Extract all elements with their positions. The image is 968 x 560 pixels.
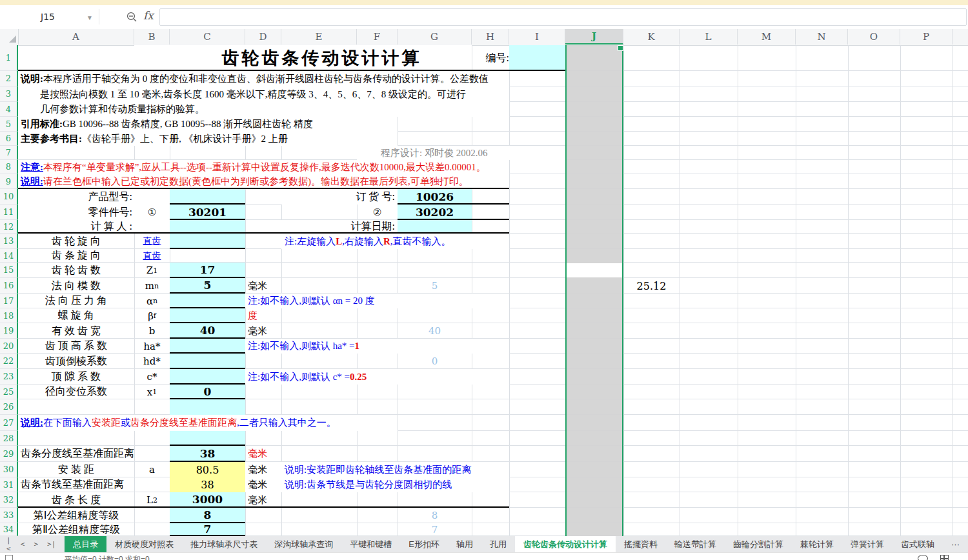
tab-spring-calc[interactable]: 弹簧计算 (842, 536, 892, 552)
input-calculator[interactable] (170, 220, 245, 234)
col-header-b[interactable]: B (134, 29, 170, 45)
col-header-o[interactable]: O (848, 29, 900, 45)
tab-ratchet-calc[interactable]: 棘轮计算 (792, 536, 842, 552)
input-beta-f[interactable] (170, 308, 245, 323)
input-hd[interactable] (170, 354, 245, 369)
tab-deep-groove-bearing[interactable]: 深沟球轴承查询 (266, 536, 341, 552)
col-header-a[interactable]: A (18, 29, 134, 45)
col-header-k[interactable]: K (623, 29, 680, 45)
value-order-number[interactable]: 10026 (398, 189, 472, 205)
input-c[interactable] (170, 369, 245, 385)
row-header-22[interactable]: 22 (0, 354, 18, 369)
input-rack-length[interactable]: 3000 (170, 492, 245, 508)
input-ha[interactable] (170, 339, 245, 354)
select-all-corner[interactable] (0, 29, 19, 45)
row-header-23[interactable]: 23 (0, 369, 18, 385)
eye-icon[interactable] (918, 555, 928, 560)
prev-sheet-button[interactable]: < (21, 540, 25, 548)
tab-gear-rack-calc-active[interactable]: 齿轮齿条传动设计计算 (515, 536, 616, 552)
row-header-1[interactable]: 1 (0, 45, 18, 71)
col-header-l[interactable]: L (680, 29, 738, 45)
col-header-d[interactable]: D (245, 29, 281, 45)
tab-thrust-bearing[interactable]: 推力球轴承尺寸表 (182, 536, 266, 552)
row-header-19[interactable]: 19 (0, 323, 18, 339)
row-header-8[interactable]: 8 (0, 160, 18, 174)
row-header-4[interactable]: 4 (0, 102, 18, 117)
col-header-i[interactable]: I (509, 29, 565, 45)
tab-e-ring[interactable]: E形扣环 (400, 536, 448, 552)
row-header-30[interactable]: 30 (0, 462, 18, 477)
input-pitchline-distance[interactable]: 38 (170, 446, 245, 462)
row-header-2[interactable]: 2 (0, 71, 18, 86)
col-header-c[interactable]: C (170, 29, 245, 45)
input-alpha-n[interactable] (170, 294, 245, 308)
tab-shaft-use[interactable]: 轴用 (448, 536, 481, 552)
col-header-p[interactable]: P (900, 29, 953, 45)
row-header-16[interactable]: 16 (0, 278, 18, 294)
grid-view-icon[interactable] (940, 555, 949, 560)
last-sheet-button[interactable]: >| (47, 540, 55, 548)
link-straight-teeth[interactable]: 直齿 (143, 235, 161, 247)
active-cell-j15[interactable] (567, 263, 622, 277)
row-header-17[interactable]: 17 (0, 294, 18, 308)
row-header-7[interactable]: 7 (0, 146, 18, 160)
col-header-g[interactable]: G (398, 29, 472, 45)
input-mn[interactable]: 5 (170, 278, 245, 294)
row-header-12[interactable]: 12 (0, 220, 18, 234)
first-sheet-button[interactable]: |< (6, 536, 12, 552)
value-part-2[interactable]: 30202 (398, 205, 472, 220)
col-header-n[interactable]: N (796, 29, 848, 45)
col-header-j-selected[interactable]: J (565, 29, 623, 45)
input-tolerance-1[interactable]: 8 (170, 508, 245, 523)
row-header-9[interactable]: 9 (0, 174, 18, 189)
row-header-34[interactable]: 34 (0, 523, 18, 536)
input-x1[interactable]: 0 (170, 385, 245, 399)
col-header-f[interactable]: F (357, 29, 398, 45)
col-header-h[interactable]: H (472, 29, 509, 45)
row-header-31[interactable]: 31 (0, 477, 18, 492)
input-gear-hand[interactable] (170, 234, 245, 249)
row-header-25[interactable]: 25 (0, 385, 18, 399)
selected-column-j[interactable] (567, 45, 622, 536)
row-header-6[interactable]: 6 (0, 132, 18, 146)
tab-flat-key[interactable]: 平键和键槽 (341, 536, 400, 552)
tab-gear-coupling[interactable]: 齿式联轴 (892, 536, 943, 552)
row-header-29[interactable]: 29 (0, 446, 18, 462)
value-part-1[interactable]: 30201 (170, 205, 245, 220)
ref-tolerance-2: 7 (398, 523, 472, 536)
tab-swing-data[interactable]: 搖擺資料 (616, 536, 666, 552)
tab-gear-division-calc[interactable]: 齒輪分割計算 (725, 536, 792, 552)
input-product-model[interactable] (170, 189, 245, 205)
row-header-27[interactable]: 27 (0, 415, 18, 431)
col-header-m[interactable]: M (738, 29, 796, 45)
row-header-32[interactable]: 32 (0, 492, 18, 508)
cell-number-input[interactable] (509, 45, 565, 71)
row-header-11[interactable]: 11 (0, 205, 18, 220)
tab-hole-use[interactable]: 孔用 (481, 536, 515, 552)
input-calc-date[interactable] (398, 220, 472, 234)
row-header-33[interactable]: 33 (0, 508, 18, 523)
tab-conveyor-calc[interactable]: 輸送帶計算 (666, 536, 725, 552)
input-spare-2[interactable] (170, 431, 245, 446)
row-header-14[interactable]: 14 (0, 249, 18, 263)
input-tolerance-2[interactable]: 7 (170, 523, 245, 536)
more-tabs-button[interactable]: ··· (943, 536, 968, 552)
tab-main-directory[interactable]: 总目录 (65, 536, 106, 552)
row-header-3[interactable]: 3 (0, 86, 18, 102)
row-header-5[interactable]: 5 (0, 117, 18, 132)
row-header-26[interactable]: 26 (0, 399, 18, 415)
selection-handle[interactable] (618, 45, 623, 51)
row-header-18[interactable]: 18 (0, 308, 18, 323)
input-b[interactable]: 40 (170, 323, 245, 339)
row-header-13[interactable]: 13 (0, 234, 18, 249)
tab-material-hardness[interactable]: 材质硬度对照表 (106, 536, 182, 552)
input-z1[interactable]: 17 (170, 263, 245, 278)
link-straight-teeth[interactable]: 直齿 (143, 250, 161, 262)
col-header-e[interactable]: E (281, 29, 357, 45)
row-header-10[interactable]: 10 (0, 189, 18, 205)
row-header-28[interactable]: 28 (0, 431, 18, 446)
input-spare[interactable] (170, 399, 245, 415)
row-header-15[interactable]: 15 (0, 263, 18, 278)
row-header-20[interactable]: 20 (0, 339, 18, 354)
next-sheet-button[interactable]: > (34, 540, 38, 548)
